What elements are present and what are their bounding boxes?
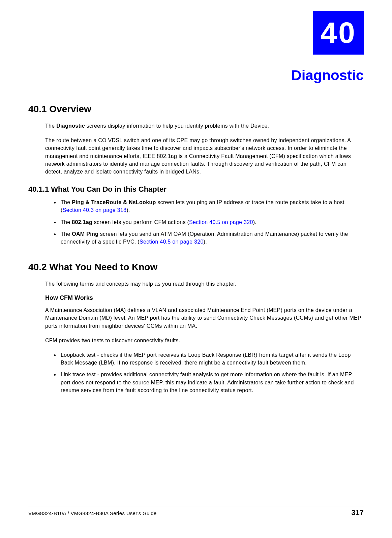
diagnostic-bold: Diagnostic [56, 123, 85, 129]
list-item: Loopback test - checks if the MEP port r… [59, 351, 364, 367]
list-item: The OAM Ping screen lets you send an ATM… [59, 230, 364, 246]
ping-traceroute-bold: Ping & TraceRoute & NsLookup [72, 199, 156, 205]
text-run: screens display information to help you … [85, 123, 269, 129]
page-footer: VMG8324-B10A / VMG8324-B30A Series User'… [28, 506, 364, 517]
text-run: ). [204, 239, 207, 245]
text-run: The [61, 199, 72, 205]
overview-p1: The Diagnostic screens display informati… [45, 122, 364, 130]
oam-ping-bold: OAM Ping [72, 231, 98, 237]
chapter-title: Diagnostic [0, 67, 364, 84]
chapter-number-box: 40 [313, 11, 364, 55]
text-run: ). [126, 207, 130, 213]
section-40-5-link-1[interactable]: Section 40.5 on page 320 [189, 219, 253, 225]
text-run: ). [253, 219, 257, 225]
what-you-can-do-list: The Ping & TraceRoute & NsLookup screen … [59, 198, 364, 246]
section-40-2-heading: 40.2 What You Need to Know [28, 262, 364, 273]
list-item: Link trace test - provides additional co… [59, 371, 364, 394]
list-item: The Ping & TraceRoute & NsLookup screen … [59, 198, 364, 214]
guide-name: VMG8324-B10A / VMG8324-B30A Series User'… [28, 510, 156, 516]
page-content: 40.1 Overview The Diagnostic screens dis… [28, 104, 364, 398]
list-item: The 802.1ag screen lets you perform CFM … [59, 218, 364, 226]
overview-p2: The route between a CO VDSL switch and o… [45, 136, 364, 176]
section-40-1-1-heading: 40.1.1 What You Can Do in this Chapter [28, 185, 364, 194]
section-40-1-heading: 40.1 Overview [28, 104, 364, 115]
text-run: The [61, 219, 72, 225]
8021ag-bold: 802.1ag [72, 219, 92, 225]
need-to-know-p1: The following terms and concepts may hel… [45, 280, 364, 288]
text-run: screen lets you perform CFM actions ( [92, 219, 189, 225]
how-cfm-works-heading: How CFM Works [45, 294, 364, 302]
text-run: The [61, 231, 72, 237]
section-40-3-link[interactable]: Section 40.3 on page 318 [63, 207, 127, 213]
chapter-number: 40 [321, 15, 356, 50]
cfm-p1: A Maintenance Association (MA) defines a… [45, 306, 364, 330]
text-run: The [45, 123, 56, 129]
section-40-5-link-2[interactable]: Section 40.5 on page 320 [140, 239, 204, 245]
cfm-p2: CFM provides two tests to discover conne… [45, 337, 364, 344]
cfm-test-list: Loopback test - checks if the MEP port r… [59, 351, 364, 394]
page-number: 317 [351, 508, 364, 517]
